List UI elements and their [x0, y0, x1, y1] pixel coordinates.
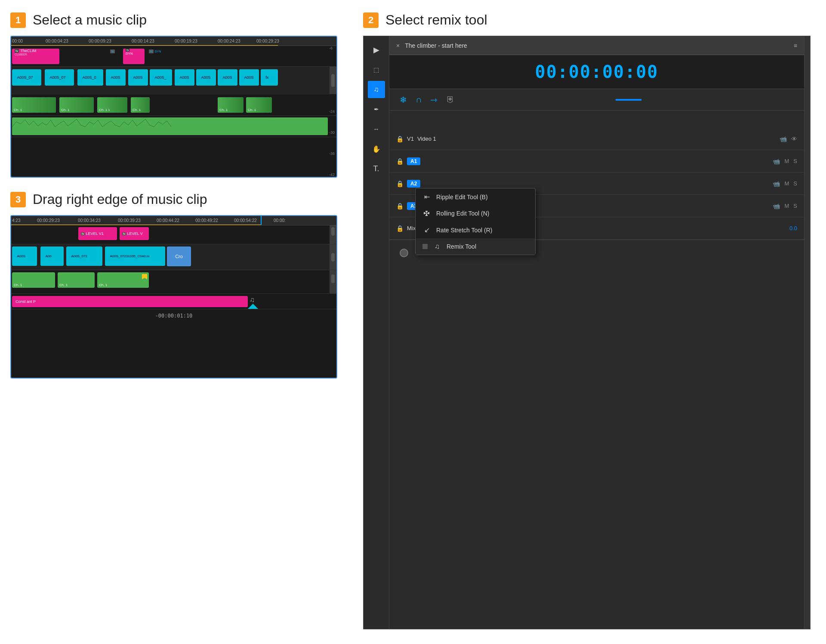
shield-icon[interactable]: ⛨ [446, 95, 455, 105]
audio-clip-1[interactable]: Ch. 1 [12, 97, 56, 113]
audio-clip-6[interactable]: Ch. 1 [246, 97, 272, 113]
ruler3-label-5: 00:00:49:22 [195, 218, 218, 223]
track-a1-camera-icon[interactable]: 📹 [773, 158, 780, 165]
clip3-a005-3[interactable]: fx A00S_072 [66, 247, 102, 266]
audio3-clip-1[interactable]: Ch. 1 [12, 272, 55, 288]
clip3-cross[interactable]: Cro [167, 247, 191, 266]
clip-dyn-label: DYN [126, 52, 133, 55]
scroll-handle[interactable] [330, 67, 336, 94]
clip-dyn[interactable]: fx DYN [123, 49, 145, 64]
knob-circle[interactable] [400, 249, 408, 257]
track-a3-camera-icon[interactable]: 📹 [773, 203, 780, 210]
clip-a005-3[interactable]: fx A00S_0 [77, 69, 103, 86]
clip-a005-11[interactable]: fx fx [261, 69, 278, 86]
step1-header: 1 Select a music clip [10, 12, 334, 28]
scroll-handle3b[interactable] [330, 244, 336, 270]
audio-waveform-1: Ch. 1 [12, 97, 56, 113]
dropdown-rolling[interactable]: ⧾ Rolling Edit Tool (N) [416, 205, 535, 222]
header-close-btn[interactable]: × [396, 42, 400, 49]
dropdown-remix[interactable]: ♫ Remix Tool [416, 238, 535, 255]
clip3-a005-4[interactable]: fx A00S_07231035_C040.m [105, 247, 165, 266]
clip3-level-v2[interactable]: fx LEVEL V [120, 227, 149, 240]
header-menu-btn[interactable]: ≡ [794, 42, 797, 49]
timeline3-tracks: G fx LEVEL V1 fx LEVEL V [11, 225, 336, 378]
audio-clip-5[interactable]: Ch. 1 [218, 97, 243, 113]
clip-a005-1[interactable]: fx A00S_07 [12, 69, 41, 86]
track-a1-lock[interactable]: 🔒 [396, 158, 404, 165]
clip-a005-2[interactable]: fx A00S_07 [45, 69, 74, 86]
track-mix-lock[interactable]: 🔒 [396, 225, 404, 232]
scroll-handle3[interactable] [330, 225, 336, 244]
clip-a005-10[interactable]: fx A00S [239, 69, 259, 86]
tool-type[interactable]: T. [368, 160, 385, 177]
tool-hand[interactable]: ✋ [368, 140, 385, 157]
track-a3-lock[interactable]: 🔒 [396, 203, 404, 210]
ripple-icon: ⇤ [422, 193, 431, 201]
ruler-label-4: 00:00:19:23 [175, 39, 197, 43]
dropdown-ripple[interactable]: ⇤ Ripple Edit Tool (B) [416, 188, 535, 205]
track-a3-s[interactable]: S [793, 203, 797, 209]
clip-theclim-header: fx TheCLIM [15, 49, 36, 53]
track3-thumbs: fx A00S fx A00 fx A00S_072 fx A00S_07231… [11, 244, 336, 270]
clip-a005-8[interactable]: fx A00S [196, 69, 216, 86]
track-a1-m[interactable]: M [784, 158, 789, 164]
ruler-label-5: 00:00:24:23 [218, 39, 240, 43]
clip3-fx-badge2: fx [122, 232, 126, 235]
audio3-clip-3[interactable]: Ch. 1 [97, 272, 149, 288]
tool-pen[interactable]: ✒ [368, 101, 385, 118]
track-a1-s[interactable]: S [793, 158, 797, 164]
clip-a005-7[interactable]: fx A00S [175, 69, 194, 86]
music-note-area: ♫ [250, 296, 255, 304]
clip-a005-5[interactable]: fx A00S [128, 69, 148, 86]
clip-fx-1: fx [14, 76, 16, 79]
track-v1-eye-icon[interactable]: 👁 [791, 136, 797, 142]
audio-clip-2[interactable]: Ch. 1 [59, 97, 94, 113]
clip-a005-4[interactable]: fx A00S [106, 69, 126, 86]
clip3-a005-1[interactable]: fx A00S [12, 247, 37, 266]
scroll-handle3c[interactable] [330, 270, 336, 293]
tool-slip[interactable]: ↔ [368, 120, 385, 138]
track-v1-camera-icon[interactable]: 📹 [780, 136, 787, 142]
ruler3-label-7: 00:00: [274, 218, 286, 223]
clip-a005-6[interactable]: fx A00S_ [150, 69, 172, 86]
dropdown-menu: ⇤ Ripple Edit Tool (B) ⧾ Rolling Edit To… [415, 188, 536, 255]
clip-fx-badge2: fx [149, 49, 154, 53]
audio3-label-2: Ch. 1 [59, 283, 68, 287]
left-panel: 1 Select a music clip 00:00 00:00:04:23 … [0, 0, 344, 644]
clip3-fx-badge1: fx [81, 232, 85, 235]
tool-pointer[interactable]: ▶ [368, 41, 385, 59]
premiere-scrollbar[interactable] [804, 36, 810, 629]
dropdown-rate[interactable]: ↙ Rate Stretch Tool (R) [416, 222, 535, 238]
track-v1-lock[interactable]: 🔒 [396, 136, 404, 142]
clip-theclim[interactable]: fx TheCLIM CLMBER [12, 49, 59, 64]
clip-fx-11: fx [262, 76, 265, 79]
track-a2-m[interactable]: M [784, 180, 789, 187]
clip3-level-v1[interactable]: fx LEVEL V1 [78, 227, 117, 240]
audio-bottom-clip[interactable] [12, 117, 328, 135]
arrow-icon[interactable]: ⇾ [430, 95, 438, 105]
clip-a005-9[interactable]: fx A00S [218, 69, 237, 86]
accent-bar [616, 99, 641, 101]
clip3-music-bar[interactable]: Const ant P [12, 296, 248, 307]
track-spacer [389, 111, 804, 128]
clip-fx-5: fx [130, 76, 132, 79]
snowflake-icon[interactable]: ❄ [400, 95, 407, 105]
track-a2-badge: A2 [407, 180, 420, 188]
teal-triangle [248, 304, 258, 309]
clip-a005-label-5: A00S [133, 75, 142, 80]
track-mix-name: Mix [407, 225, 416, 231]
track-v1-label: Video 1 [417, 136, 436, 142]
step3-title: Drag right edge of music clip [33, 191, 207, 207]
tool-music[interactable]: ♫ [368, 81, 385, 98]
track-a2-s[interactable]: S [793, 180, 797, 187]
ruler-label-2: 00:00:09:23 [89, 39, 111, 43]
track-a2-camera-icon[interactable]: 📹 [773, 180, 780, 187]
track-a3-m[interactable]: M [784, 203, 789, 209]
audio3-clip-2[interactable]: Ch. 1 [58, 272, 95, 288]
arc-icon[interactable]: ∩ [416, 95, 422, 105]
track-a2-lock[interactable]: 🔒 [396, 180, 404, 187]
clip3-a005-2[interactable]: fx A00 [40, 247, 64, 266]
audio-clip-3[interactable]: Ch. 1 1 [97, 97, 127, 113]
audio-clip-4[interactable]: Ch. 1 [131, 97, 150, 113]
tool-marquee[interactable]: ⬚ [368, 61, 385, 78]
